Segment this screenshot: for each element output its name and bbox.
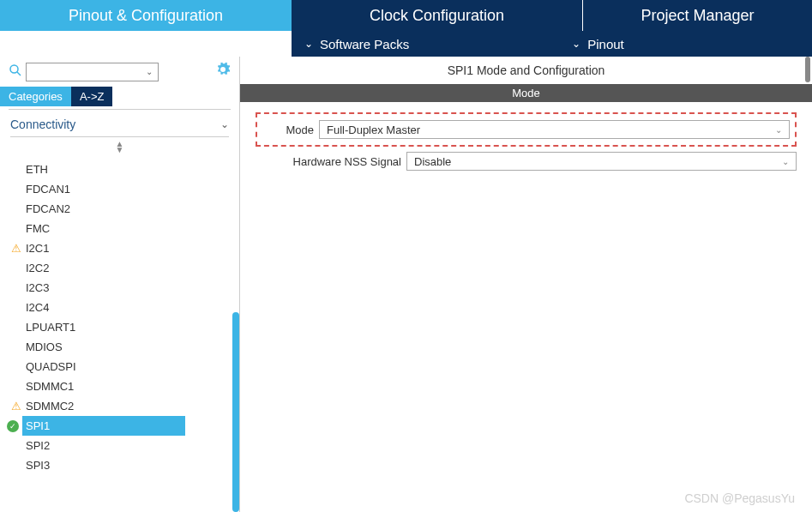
mode-label: Mode: [262, 123, 314, 136]
tab-project-manager[interactable]: Project Manager: [583, 0, 812, 31]
category-label: Connectivity: [10, 117, 75, 131]
check-icon: ✓: [7, 420, 19, 432]
chevron-down-icon: ⌄: [146, 67, 153, 76]
tree-item-sdmmc1[interactable]: SDMMC1: [26, 376, 239, 396]
mode-section-header: Mode: [240, 84, 812, 102]
tree-item-label: FDCAN2: [26, 202, 70, 215]
tree-item-label: SDMMC2: [26, 400, 74, 413]
warning-icon: ⚠: [10, 243, 22, 255]
tree-item-label: FDCAN1: [26, 183, 70, 196]
nss-label: Hardware NSS Signal: [256, 155, 401, 168]
tree-item-label: SPI3: [26, 459, 50, 472]
tree-item-label: SPI2: [26, 439, 50, 452]
tree-item-i2c2[interactable]: I2C2: [26, 258, 239, 278]
tree-item-label: LPUART1: [26, 321, 75, 334]
sort-arrows-icon: ▲▼: [116, 141, 124, 153]
tree-item-sdmmc2[interactable]: ⚠SDMMC2: [26, 396, 239, 416]
tree-item-label: I2C3: [26, 281, 49, 294]
nss-select[interactable]: Disable ⌄: [406, 152, 797, 171]
top-tabs: Pinout & Configuration Clock Configurati…: [0, 0, 812, 31]
tree-item-spi1[interactable]: ✓SPI1: [22, 416, 185, 436]
filter-categories-tab[interactable]: Categories: [0, 87, 71, 106]
search-input[interactable]: ⌄: [26, 63, 159, 81]
tree-item-label: SPI1: [26, 419, 50, 432]
nss-select-value: Disable: [414, 155, 451, 168]
sidebar-scrollbar[interactable]: [232, 312, 239, 512]
sidebar: ⌄ Categories A->Z Connectivity ⌄ ▲▼ ETHF…: [0, 57, 240, 512]
sort-toggle[interactable]: ▲▼: [0, 137, 239, 160]
tree-item-fmc[interactable]: FMC: [26, 219, 239, 238]
mode-select[interactable]: Full-Duplex Master ⌄: [319, 120, 790, 139]
tree-item-eth[interactable]: ETH: [26, 160, 239, 179]
tree-item-label: I2C1: [26, 242, 49, 255]
tree-item-i2c1[interactable]: ⚠I2C1: [26, 238, 239, 258]
gear-icon[interactable]: [215, 62, 231, 81]
tab-pinout-config[interactable]: Pinout & Configuration: [0, 0, 292, 31]
content-scrollbar[interactable]: [805, 57, 810, 82]
tree-item-lpuart1[interactable]: LPUART1: [26, 317, 239, 337]
tree-item-fdcan2[interactable]: FDCAN2: [26, 199, 239, 219]
tree-item-label: I2C2: [26, 262, 49, 274]
tree-item-i2c3[interactable]: I2C3: [26, 278, 239, 298]
tree-item-quadspi[interactable]: QUADSPI: [26, 357, 239, 376]
tree-item-i2c4[interactable]: I2C4: [26, 298, 239, 317]
tree-item-label: MDIOS: [26, 340, 63, 353]
category-connectivity[interactable]: Connectivity ⌄: [0, 112, 239, 136]
chevron-down-icon: ⌄: [220, 118, 229, 130]
tree-item-label: QUADSPI: [26, 360, 76, 373]
search-icon[interactable]: [9, 63, 22, 81]
chevron-down-icon: ⌄: [775, 125, 782, 135]
chevron-down-icon: ⌄: [304, 38, 313, 50]
tree-item-fdcan1[interactable]: FDCAN1: [26, 179, 239, 199]
chevron-down-icon: ⌄: [572, 38, 580, 50]
config-panel: SPI1 Mode and Configuration Mode Mode Fu…: [240, 57, 812, 512]
peripheral-tree: ETHFDCAN1FDCAN2FMC⚠I2C1I2C2I2C3I2C4LPUAR…: [0, 160, 239, 475]
tab-clock-config[interactable]: Clock Configuration: [292, 0, 583, 31]
tree-item-spi3[interactable]: SPI3: [26, 455, 239, 475]
chevron-down-icon: ⌄: [782, 157, 789, 166]
tree-item-spi2[interactable]: SPI2: [26, 436, 239, 455]
software-packs-menu[interactable]: ⌄ Software Packs: [292, 31, 422, 57]
warning-icon: ⚠: [10, 401, 22, 413]
panel-title: SPI1 Mode and Configuration: [240, 57, 812, 84]
pinout-menu-label: Pinout: [587, 37, 624, 51]
tree-item-label: ETH: [26, 163, 48, 176]
tree-item-label: I2C4: [26, 301, 49, 314]
svg-line-1: [17, 72, 21, 75]
pinout-menu[interactable]: ⌄ Pinout: [559, 31, 637, 57]
mode-select-value: Full-Duplex Master: [327, 123, 420, 136]
sub-toolbar: ⌄ Software Packs ⌄ Pinout: [292, 31, 812, 57]
tree-item-label: FMC: [26, 222, 50, 235]
tree-item-label: SDMMC1: [26, 380, 74, 393]
mode-highlight-box: Mode Full-Duplex Master ⌄: [256, 112, 797, 147]
filter-az-tab[interactable]: A->Z: [71, 87, 113, 106]
svg-point-0: [10, 65, 18, 73]
tree-item-mdios[interactable]: MDIOS: [26, 337, 239, 357]
software-packs-label: Software Packs: [320, 37, 409, 51]
